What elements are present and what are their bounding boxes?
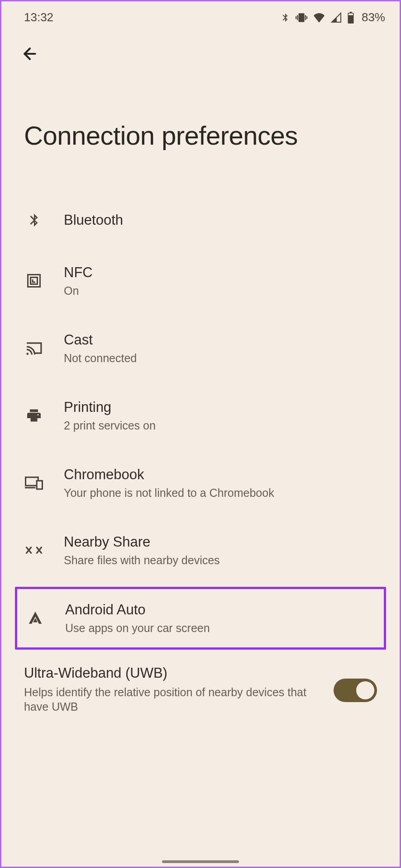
settings-item-nearby-share[interactable]: Nearby Share Share files with nearby dev… <box>1 517 400 584</box>
svg-rect-6 <box>37 481 42 489</box>
back-button[interactable] <box>19 42 41 65</box>
settings-item-cast[interactable]: Cast Not connected <box>1 315 400 382</box>
svg-rect-2 <box>31 278 38 284</box>
toggle-knob <box>356 681 374 699</box>
settings-item-bluetooth[interactable]: Bluetooth <box>1 193 400 247</box>
item-subtitle: Use apps on your car screen <box>65 622 376 635</box>
nearby-share-icon <box>24 540 44 560</box>
bluetooth-status-icon <box>280 12 290 24</box>
nav-handle[interactable] <box>162 860 239 863</box>
status-time: 13:32 <box>24 10 53 24</box>
svg-rect-1 <box>28 275 40 287</box>
item-title: Printing <box>64 399 377 415</box>
item-subtitle: Helps identify the relative position of … <box>24 685 325 714</box>
item-title: Nearby Share <box>64 534 377 550</box>
svg-rect-0 <box>348 13 353 15</box>
cellular-status-icon <box>331 12 342 23</box>
settings-item-uwb[interactable]: Ultra-Wideband (UWB) Helps identify the … <box>1 652 400 714</box>
svg-point-3 <box>26 353 29 355</box>
cast-icon <box>24 338 44 358</box>
printer-icon <box>24 406 44 425</box>
item-title: NFC <box>64 264 377 281</box>
item-subtitle: Share files with nearby devices <box>64 554 377 567</box>
item-subtitle: 2 print services on <box>64 419 377 432</box>
item-title: Cast <box>64 332 377 348</box>
item-title: Bluetooth <box>64 212 377 228</box>
item-title: Ultra-Wideband (UWB) <box>24 665 325 681</box>
item-title: Chromebook <box>64 467 377 483</box>
wifi-status-icon <box>313 13 325 23</box>
svg-point-4 <box>38 414 39 415</box>
arrow-back-icon <box>21 45 39 63</box>
settings-item-printing[interactable]: Printing 2 print services on <box>1 382 400 449</box>
page-title: Connection preferences <box>1 79 400 193</box>
item-subtitle: Your phone is not linked to a Chromebook <box>64 486 377 500</box>
item-subtitle: On <box>64 284 377 297</box>
settings-item-nfc[interactable]: NFC On <box>1 247 400 315</box>
item-subtitle: Not connected <box>64 352 377 365</box>
battery-percent: 83% <box>362 10 385 24</box>
status-icons: 83% <box>280 10 385 24</box>
item-title: Android Auto <box>65 602 376 618</box>
status-bar: 13:32 83% <box>1 1 400 29</box>
settings-item-chromebook[interactable]: Chromebook Your phone is not linked to a… <box>1 449 400 517</box>
nfc-icon <box>24 271 44 291</box>
battery-status-icon <box>347 12 354 24</box>
bluetooth-icon <box>24 210 44 230</box>
settings-item-android-auto[interactable]: Android Auto Use apps on your car screen <box>15 587 386 650</box>
android-auto-icon <box>25 608 45 628</box>
vibrate-status-icon <box>296 12 307 24</box>
uwb-toggle[interactable] <box>334 679 377 702</box>
toolbar <box>1 29 400 79</box>
settings-list: Bluetooth NFC On Cast Not connected Prin… <box>1 193 400 714</box>
devices-icon <box>24 473 44 493</box>
